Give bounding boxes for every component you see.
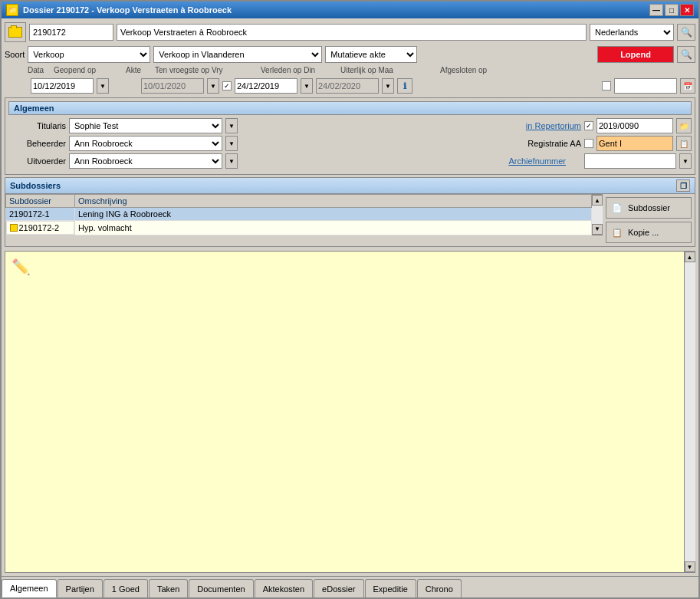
maximize-button[interactable]: □ [665, 4, 679, 16]
main-window: 📁 Dossier 2190172 - Verkoop Verstraeten … [0, 0, 700, 599]
status-search-button[interactable]: 🔍 [677, 46, 695, 63]
geopend-input[interactable] [31, 78, 94, 94]
folder-button[interactable] [5, 22, 26, 42]
col-omschrijving: Omschrijving [75, 195, 592, 208]
geopend-dropdown[interactable]: ▼ [97, 78, 109, 94]
tab-edossier[interactable]: eDossier [314, 579, 363, 597]
table-row[interactable]: 2190172-1 Lening ING à Roobroeck [6, 208, 592, 221]
vroegste-dropdown[interactable]: ▼ [207, 78, 219, 94]
uitvoerder-dropdown[interactable]: ▼ [225, 153, 238, 169]
titularis-label: Titularis [8, 121, 66, 130]
titularis-row: Titularis Sophie Test ▼ in Repertorium ✓… [8, 118, 692, 133]
kopie-btn-label: Kopie ... [628, 228, 659, 237]
uiterlijk-dropdown[interactable]: ▼ [382, 78, 394, 94]
content-area: Nederlands 🔍 Soort Verkoop Verkoop in Vl… [2, 18, 698, 576]
soort-row: Soort Verkoop Verkoop in Vlaanderen Muta… [5, 45, 695, 64]
beheerder-row: Beheerder Ann Roobroeck ▼ Registratie AA… [8, 136, 692, 151]
subdossiers-table-area: Subdossier Omschrijving 2190172-1 Lening… [5, 194, 603, 246]
archiefnummer-label: Archiefnummer [508, 156, 566, 166]
dossier-number-input[interactable] [29, 24, 113, 41]
status-badge[interactable]: Lopend [597, 46, 674, 63]
top-row: Nederlands 🔍 [5, 21, 695, 43]
subdossier-number-2: 2190172-2 [6, 221, 75, 235]
uitvoerder-row: Uitvoerder Ann Roobroeck ▼ Archiefnummer… [8, 153, 692, 169]
afgesloten-label: Afgesloten op [440, 66, 501, 74]
archiefnummer-input[interactable] [584, 153, 676, 169]
title-bar: 📁 Dossier 2190172 - Verkoop Verstraeten … [2, 2, 698, 18]
vroegste-input [141, 78, 204, 94]
tab-partijen[interactable]: Partijen [58, 579, 103, 597]
subdossier-desc-1: Lening ING à Roobroeck [75, 208, 592, 221]
verleden-checkbox[interactable]: ✓ [222, 81, 232, 91]
subdossiers-action-buttons: 📄 Subdossier 📋 Kopie ... [603, 194, 695, 246]
subdossiers-header: Subdossiers ❐ [5, 178, 695, 194]
tab-algemeen[interactable]: Algemeen [2, 579, 57, 597]
geopend-label: Geopend op [54, 66, 123, 74]
tabs-area: Algemeen Partijen 1 Goed Taken Documente… [2, 576, 698, 597]
kopie-button[interactable]: 📋 Kopie ... [606, 222, 692, 243]
notes-scroll-down[interactable]: ▼ [685, 561, 695, 572]
mutative-select[interactable]: Mutatieve akte [325, 46, 417, 63]
beheerder-dropdown[interactable]: ▼ [225, 136, 238, 151]
registratie-label: Registratie AA [527, 139, 581, 148]
subdossier-btn-label: Subdossier [628, 203, 670, 212]
scroll-down-button[interactable]: ▼ [592, 224, 603, 235]
language-select[interactable]: Nederlands [590, 24, 674, 41]
tab-aktekosten[interactable]: Aktekosten [255, 579, 313, 597]
tab-expeditie[interactable]: Expeditie [365, 579, 416, 597]
titularis-select[interactable]: Sophie Test [69, 118, 222, 133]
col-subdossier: Subdossier [6, 195, 75, 208]
dossier-description-input[interactable] [117, 24, 587, 41]
tab-documenten[interactable]: Documenten [189, 579, 253, 597]
notes-scrollbar: ▲ ▼ [684, 252, 695, 572]
verleden-dropdown[interactable]: ▼ [301, 78, 313, 94]
afgesloten-checkbox[interactable] [602, 81, 611, 91]
akte-label: Akte [126, 66, 152, 74]
subdossiers-table: Subdossier Omschrijving 2190172-1 Lening… [5, 194, 592, 235]
beheerder-select[interactable]: Ann Roobroeck [69, 136, 222, 151]
tab-chrono[interactable]: Chrono [417, 579, 462, 597]
title-bar-left: 📁 Dossier 2190172 - Verkoop Verstraeten … [6, 4, 232, 16]
scroll-up-button[interactable]: ▲ [592, 195, 603, 206]
repertorium-label[interactable]: in Repertorium [526, 121, 581, 130]
repertorium-checkbox[interactable]: ✓ [584, 121, 593, 130]
data-row: ▼ ▼ ✓ ▼ ▼ ℹ 📅 [5, 77, 695, 95]
registratie-input[interactable] [596, 136, 673, 151]
vroegste-label: Ten vroegste op Vry [155, 66, 239, 74]
repertorium-button[interactable]: 📁 [676, 118, 692, 133]
subdossiers-collapse[interactable]: ❐ [676, 179, 690, 192]
table-row[interactable]: 2190172-2 Hyp. volmacht [6, 221, 592, 235]
registratie-button[interactable]: 📋 [676, 136, 692, 151]
info-button[interactable]: ℹ [397, 78, 412, 94]
verleden-label: Verleden op Din [261, 66, 337, 74]
uitvoerder-select[interactable]: Ann Roobroeck [69, 153, 222, 169]
tab-1-goed[interactable]: 1 Goed [104, 579, 148, 597]
tab-taken[interactable]: Taken [149, 579, 188, 597]
subdossiers-title: Subdossiers [10, 181, 61, 190]
afgesloten-calendar[interactable]: 📅 [680, 78, 695, 94]
notes-area[interactable]: ✏️ ▲ ▼ [5, 251, 695, 573]
subdossier-btn-icon: 📄 [610, 201, 625, 215]
verkoop-type-select[interactable]: Verkoop in Vlaanderen [153, 46, 322, 63]
verleden-input[interactable] [235, 78, 297, 94]
title-buttons: — □ ✕ [649, 4, 694, 16]
titularis-dropdown[interactable]: ▼ [225, 118, 238, 133]
data-main-label: Data [28, 66, 51, 74]
notes-scroll-up[interactable]: ▲ [685, 252, 695, 262]
registratie-checkbox[interactable] [584, 139, 593, 148]
subdossier-button[interactable]: 📄 Subdossier [606, 197, 692, 219]
archiefnummer-dropdown[interactable]: ▼ [679, 153, 692, 169]
beheerder-label: Beheerder [8, 139, 66, 148]
window-icon: 📁 [6, 4, 18, 16]
minimize-button[interactable]: — [649, 4, 663, 16]
soort-select[interactable]: Verkoop [28, 46, 150, 63]
uiterlijk-label: Uiterlijk op Maa [340, 66, 417, 74]
subdossiers-section: Subdossiers ❐ Subdossier Omschrijving [5, 177, 695, 247]
scroll-track [592, 206, 603, 224]
repertorium-input[interactable] [596, 118, 673, 133]
close-button[interactable]: ✕ [680, 4, 694, 16]
afgesloten-input[interactable] [614, 78, 677, 94]
yellow-marker [10, 224, 18, 232]
folder-icon [8, 27, 22, 38]
search-icon-button[interactable]: 🔍 [677, 24, 695, 41]
